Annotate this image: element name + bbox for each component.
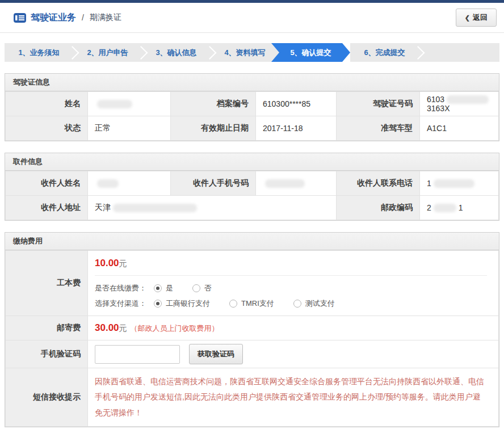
step-5-confirm-submit[interactable]: 5、确认提交 xyxy=(271,43,350,62)
field-value-recipient-name xyxy=(88,171,171,196)
field-value-recipient-mobile xyxy=(256,171,337,196)
field-label-expiry-date: 有效期止日期 xyxy=(171,116,256,141)
payment-section-title: 缴纳费用 xyxy=(5,233,499,250)
field-value-status: 正常 xyxy=(88,116,171,141)
step-2-user-declaration[interactable]: 2、用户申告 xyxy=(73,43,142,62)
pickup-info-section: 取件信息 收件人姓名 收件人手机号码 收件人联系电话 1 收件人地址 天津 邮政… xyxy=(5,153,499,221)
breadcrumb-separator: / xyxy=(82,13,84,22)
radio-online-no[interactable]: 否 xyxy=(192,283,212,293)
field-value-expiry-date: 2017-11-18 xyxy=(256,116,337,141)
field-value-recipient-address: 天津 xyxy=(88,196,337,220)
payment-channel-question: 选择支付渠道： xyxy=(95,298,154,309)
radio-icon xyxy=(229,300,237,308)
step-navigation: 1、业务须知 2、用户申告 3、确认信息 4、资料填写 5、确认提交 6、完成提… xyxy=(5,43,499,62)
field-label-zip-code: 邮政编码 xyxy=(337,196,420,220)
radio-channel-test[interactable]: 测试支付 xyxy=(293,298,335,309)
field-label-postage: 邮寄费 xyxy=(6,316,88,340)
redacted-value xyxy=(447,95,489,104)
postage-amount: 30.00 xyxy=(95,322,119,333)
back-button-label: 返回 xyxy=(473,12,488,23)
value-prefix: 6103 xyxy=(427,95,444,104)
redacted-value xyxy=(113,204,197,212)
sms-tip-text: 因陕西省联通、电信运营商技术问题，陕西省互联网交通安全综合服务管理平台无法向持陕… xyxy=(95,374,485,420)
radio-channel-tmri[interactable]: TMRI支付 xyxy=(229,298,274,309)
online-payment-question: 是否在线缴费： xyxy=(95,283,154,293)
field-label-fee: 工本费 xyxy=(6,251,88,316)
field-label-recipient-address: 收件人地址 xyxy=(6,196,88,220)
fee-unit: 元 xyxy=(119,259,127,268)
fee-cell: 10.00元 是否在线缴费： 是 否 选择支付渠道： xyxy=(88,251,499,316)
table-row: 状态 正常 有效期止日期 2017-11-18 准驾车型 A1C1 xyxy=(6,116,499,141)
field-value-zip-code: 21 xyxy=(420,196,499,220)
pickup-info-table: 收件人姓名 收件人手机号码 收件人联系电话 1 收件人地址 天津 邮政编码 21 xyxy=(5,171,499,220)
radio-online-yes[interactable]: 是 xyxy=(154,283,173,293)
redacted-value xyxy=(97,179,119,188)
field-label-recipient-mobile: 收件人手机号码 xyxy=(171,171,256,196)
field-label-sms-code: 手机验证码 xyxy=(6,340,88,368)
get-code-button[interactable]: 获取验证码 xyxy=(189,344,243,364)
field-label-file-number: 档案编号 xyxy=(171,92,256,116)
redacted-value xyxy=(265,179,305,188)
postage-unit: 元 xyxy=(119,323,127,333)
chevron-left-icon: ❮ xyxy=(465,14,470,22)
step-1-business-notice[interactable]: 1、业务须知 xyxy=(5,43,73,62)
table-row: 短信接收提示 因陕西省联通、电信运营商技术问题，陕西省互联网交通安全综合服务管理… xyxy=(6,368,499,427)
radio-label: 是 xyxy=(166,283,173,293)
field-value-name xyxy=(88,92,171,116)
breadcrumb-current: 期满换证 xyxy=(90,12,121,23)
page-title: 驾驶证业务 xyxy=(31,12,76,24)
radio-label: 否 xyxy=(204,283,212,293)
table-row: 工本费 10.00元 是否在线缴费： 是 否 xyxy=(6,251,499,316)
license-info-section: 驾驶证信息 姓名 档案编号 610300****85 驾驶证号码 6103316… xyxy=(5,73,499,141)
field-value-license-number: 61033163X xyxy=(420,92,499,116)
table-row: 邮寄费 30.00元（邮政人员上门收取费用） xyxy=(6,316,499,340)
step-6-complete-submit[interactable]: 6、完成提交 xyxy=(350,43,419,62)
payment-section: 缴纳费用 工本费 10.00元 是否在线缴费： 是 否 xyxy=(5,232,499,427)
back-button[interactable]: ❮ 返回 xyxy=(456,9,497,27)
radio-icon xyxy=(192,284,200,292)
field-label-sms-tip: 短信接收提示 xyxy=(6,368,88,427)
field-label-vehicle-class: 准驾车型 xyxy=(337,116,420,141)
redacted-value xyxy=(434,179,474,188)
value-prefix: 1 xyxy=(427,179,431,188)
sms-code-cell: 获取验证码 xyxy=(88,340,499,368)
fee-amount: 10.00 xyxy=(95,258,119,268)
field-value-file-number: 610300****85 xyxy=(256,92,337,116)
value-suffix: 1 xyxy=(459,203,463,212)
divider xyxy=(95,275,487,276)
sms-tip-cell: 因陕西省联通、电信运营商技术问题，陕西省互联网交通安全综合服务管理平台无法向持陕… xyxy=(88,368,499,427)
field-label-status: 状态 xyxy=(6,116,88,141)
license-info-table: 姓名 档案编号 610300****85 驾驶证号码 61033163X 状态 … xyxy=(5,91,499,141)
value-suffix: 3163X xyxy=(427,104,450,113)
payment-table: 工本费 10.00元 是否在线缴费： 是 否 xyxy=(5,250,499,427)
radio-icon xyxy=(293,300,301,308)
table-row: 收件人姓名 收件人手机号码 收件人联系电话 1 xyxy=(6,171,499,196)
redacted-value xyxy=(97,100,132,108)
radio-label: 工商银行支付 xyxy=(166,298,210,309)
radio-channel-icbc[interactable]: 工商银行支付 xyxy=(154,298,210,309)
radio-label: 测试支付 xyxy=(305,298,335,309)
field-value-recipient-phone: 1 xyxy=(420,171,499,196)
license-list-icon xyxy=(14,13,26,23)
redacted-value xyxy=(434,204,456,212)
radio-label: TMRI支付 xyxy=(241,298,274,309)
field-label-name: 姓名 xyxy=(6,92,88,116)
table-row: 收件人地址 天津 邮政编码 21 xyxy=(6,196,499,220)
radio-icon xyxy=(154,300,162,308)
license-section-title: 驾驶证信息 xyxy=(5,74,499,91)
table-row: 姓名 档案编号 610300****85 驾驶证号码 61033163X xyxy=(6,92,499,116)
field-label-recipient-name: 收件人姓名 xyxy=(6,171,88,196)
pickup-section-title: 取件信息 xyxy=(5,153,499,171)
step-bar-filler xyxy=(419,43,499,62)
step-4-fill-data[interactable]: 4、资料填写 xyxy=(211,43,279,62)
step-3-confirm-info[interactable]: 3、确认信息 xyxy=(142,43,211,62)
field-label-recipient-phone: 收件人联系电话 xyxy=(337,171,420,196)
page-header: 驾驶证业务 / 期满换证 ❮ 返回 xyxy=(0,3,504,33)
field-value-vehicle-class: A1C1 xyxy=(420,116,499,141)
postage-cell: 30.00元（邮政人员上门收取费用） xyxy=(88,316,499,340)
value-prefix: 2 xyxy=(427,203,431,212)
fee-amount-line: 10.00元 xyxy=(95,258,498,269)
sms-code-input[interactable] xyxy=(95,345,180,364)
value-prefix: 天津 xyxy=(95,203,111,212)
postage-note: （邮政人员上门收取费用） xyxy=(131,324,219,333)
